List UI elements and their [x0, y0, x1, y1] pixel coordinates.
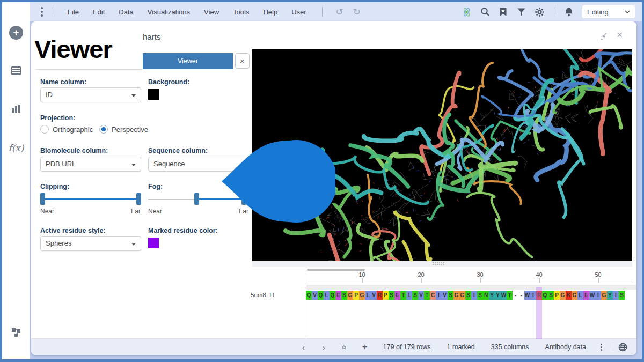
protein-3d-viewer[interactable]	[252, 49, 632, 261]
active-residue-style-select[interactable]: Spheres	[40, 236, 141, 251]
residue-17[interactable]: T	[400, 291, 406, 300]
residue-11[interactable]: L	[365, 291, 371, 300]
residue-42[interactable]: S	[548, 291, 554, 300]
residue-53[interactable]: I	[613, 291, 619, 300]
residue-46[interactable]: G	[572, 291, 577, 300]
fog-slider[interactable]	[148, 193, 249, 205]
background-color-swatch[interactable]	[148, 89, 159, 100]
menu-visualizations[interactable]: Visualizations	[141, 8, 197, 16]
collapse-up-button[interactable]: «	[334, 343, 355, 352]
residue-52[interactable]: Y	[607, 291, 613, 300]
residue-39[interactable]: I	[530, 291, 536, 300]
residue-50[interactable]: I	[595, 291, 601, 300]
close-panel-icon[interactable]: ×	[617, 29, 623, 41]
residue-31[interactable]: N	[483, 291, 489, 300]
residue-20[interactable]: V	[418, 291, 424, 300]
residue-33[interactable]: Y	[495, 291, 501, 300]
datagrok-atom-icon[interactable]	[462, 7, 472, 17]
add-icon[interactable]: +	[2, 26, 30, 40]
residue-27[interactable]: G	[459, 291, 465, 300]
residue-14[interactable]: P	[383, 291, 389, 300]
menu-file[interactable]: File	[61, 8, 86, 16]
radio-orthographic[interactable]: Orthographic	[40, 125, 93, 134]
clipping-slider[interactable]	[40, 193, 141, 205]
table-name[interactable]: Antibody data	[537, 343, 594, 351]
menu-user[interactable]: User	[284, 8, 313, 16]
tab-close-button[interactable]: ×	[235, 53, 250, 69]
bell-icon[interactable]	[564, 7, 574, 17]
residue-45[interactable]: K	[566, 291, 572, 300]
add-row-button[interactable]: +	[355, 342, 375, 352]
residue-37[interactable]: -	[518, 291, 524, 300]
menu-help[interactable]: Help	[256, 8, 284, 16]
sequence-column-select[interactable]: Sequence	[148, 157, 249, 172]
residue-54[interactable]: S	[619, 291, 625, 300]
residue-41[interactable]: Q	[542, 291, 548, 300]
residue-19[interactable]: S	[412, 291, 418, 300]
residue-10[interactable]: G	[359, 291, 365, 300]
next-row-button[interactable]: ›	[314, 343, 334, 352]
residue-15[interactable]: S	[389, 291, 394, 300]
residue-49[interactable]: W	[589, 291, 595, 300]
menu-view[interactable]: View	[197, 8, 226, 16]
status-kebab-icon[interactable]	[594, 344, 609, 351]
globe-icon[interactable]	[618, 342, 628, 352]
residue-2[interactable]: V	[312, 291, 318, 300]
residue-22[interactable]: C	[430, 291, 436, 300]
residue-51[interactable]: G	[601, 291, 607, 300]
menu-data[interactable]: Data	[112, 8, 140, 16]
filter-icon[interactable]	[516, 7, 526, 17]
residue-1[interactable]: Q	[306, 291, 312, 300]
residue-12[interactable]: V	[371, 291, 377, 300]
fog-handle-far[interactable]	[241, 193, 246, 205]
clipping-handle-near[interactable]	[40, 193, 45, 205]
viewer-horizontal-scrollbar[interactable]	[252, 261, 632, 267]
residue-48[interactable]: E	[583, 291, 589, 300]
row-count[interactable]: 179 of 179 rows	[375, 343, 439, 351]
residue-34[interactable]: W	[501, 291, 507, 300]
clipping-handle-far[interactable]	[136, 193, 141, 205]
gear-icon[interactable]	[535, 7, 545, 17]
marked-count[interactable]: 1 marked	[439, 343, 483, 351]
residue-28[interactable]: S	[465, 291, 471, 300]
fog-handle-near[interactable]	[194, 193, 199, 205]
marked-residue-color-swatch[interactable]	[148, 238, 159, 248]
residue-29[interactable]: I	[471, 291, 477, 300]
residue-13[interactable]: R	[377, 291, 383, 300]
residue-23[interactable]: I	[436, 291, 442, 300]
chart-icon[interactable]	[2, 104, 30, 116]
residue-24[interactable]: V	[442, 291, 448, 300]
column-count[interactable]: 335 columns	[483, 343, 537, 351]
undo-icon[interactable]: ↺	[331, 6, 348, 18]
residue-6[interactable]: E	[335, 291, 341, 300]
redo-icon[interactable]: ↻	[348, 6, 365, 18]
tables-icon[interactable]	[2, 65, 30, 78]
residue-32[interactable]: Y	[489, 291, 495, 300]
menu-edit[interactable]: Edit	[86, 8, 112, 16]
residue-40[interactable]: R	[536, 291, 542, 300]
functions-icon[interactable]: f(x)	[2, 143, 30, 153]
residue-21[interactable]: T	[424, 291, 430, 300]
residue-35[interactable]: T	[507, 291, 513, 300]
radio-perspective[interactable]: Perspective	[99, 125, 148, 134]
residue-30[interactable]: S	[477, 291, 483, 300]
residue-7[interactable]: S	[341, 291, 347, 300]
name-column-select[interactable]: ID	[40, 87, 141, 102]
residue-5[interactable]: Q	[330, 291, 335, 300]
residue-44[interactable]: G	[560, 291, 566, 300]
residue-25[interactable]: S	[448, 291, 453, 300]
residue-47[interactable]: L	[577, 291, 583, 300]
main-kebab-menu-icon[interactable]	[41, 7, 43, 17]
tab-viewer[interactable]: Viewer	[143, 53, 233, 69]
residue-9[interactable]: P	[353, 291, 359, 300]
bookmark-icon[interactable]	[498, 7, 508, 17]
residue-38[interactable]: W	[524, 291, 530, 300]
biomolecule-column-select[interactable]: PDB URL	[40, 157, 141, 172]
search-icon[interactable]	[480, 7, 490, 17]
prev-row-button[interactable]: ‹	[294, 343, 314, 352]
residue-16[interactable]: E	[394, 291, 400, 300]
residue-36[interactable]: -	[513, 291, 518, 300]
residue-8[interactable]: G	[347, 291, 353, 300]
mode-selector[interactable]: Editing	[582, 5, 635, 19]
collapse-panel-icon[interactable]	[599, 32, 608, 42]
